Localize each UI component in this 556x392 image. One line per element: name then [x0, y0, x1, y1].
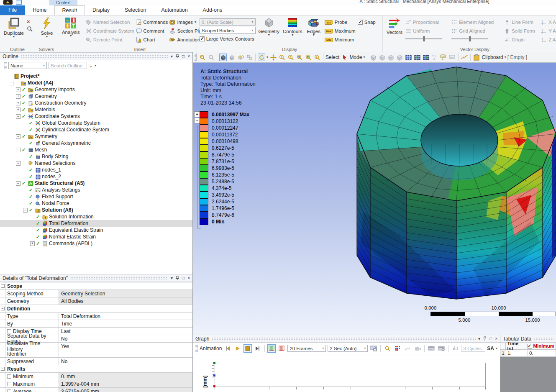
- viewports-icon[interactable]: [246, 54, 253, 61]
- remote-point-button[interactable]: Remote Point: [86, 36, 134, 44]
- maximize-panel-icon[interactable]: □: [489, 337, 492, 341]
- tree-item[interactable]: − ✓ Model (A4): [0, 79, 192, 86]
- tree-item[interactable]: + ✓ Geometry: [0, 93, 192, 100]
- frames-dropdown[interactable]: 20 Frames▾: [287, 345, 326, 352]
- tree-item[interactable]: ✓ Solution Information: [0, 213, 192, 220]
- solid-form-button[interactable]: Solid Form: [504, 27, 539, 35]
- xyz-coordinate-icon[interactable]: X.Y.Z: [431, 54, 438, 61]
- mode-label[interactable]: Mode: [349, 54, 362, 60]
- look-at-icon[interactable]: [228, 54, 236, 61]
- chevron-down-icon[interactable]: ▾: [363, 56, 365, 59]
- tree-item[interactable]: ✓ Global Coordinate System: [0, 120, 192, 126]
- named-selection-button[interactable]: Named Selection: [86, 18, 134, 26]
- probe-tag-icon[interactable]: 100: [440, 54, 447, 61]
- proportional-button[interactable]: Proportional: [405, 18, 450, 26]
- clipboard-label[interactable]: Clipboard: [482, 54, 503, 60]
- load-steps-icon[interactable]: [277, 344, 286, 353]
- tree-expander-icon[interactable]: +: [16, 87, 20, 92]
- x-axis-button[interactable]: X Axis: [541, 18, 556, 26]
- chevron-down-icon[interactable]: ▾: [505, 56, 506, 59]
- details-row-value[interactable]: Time: [59, 320, 192, 327]
- edges-button[interactable]: Edges ▾: [305, 17, 323, 46]
- zoom-result-icon[interactable]: [383, 344, 392, 353]
- pin-icon[interactable]: [483, 336, 487, 341]
- tree-expander-icon[interactable]: +: [16, 94, 20, 99]
- tab-home[interactable]: Home: [25, 5, 54, 15]
- model-canvas[interactable]: A: Static Structural Total Deformation T…: [193, 63, 556, 335]
- expand-tree-icon[interactable]: ⌄: [89, 63, 93, 69]
- select-face-filter-icon[interactable]: [387, 54, 395, 61]
- zoom-selection-icon[interactable]: [305, 54, 312, 61]
- tree-item[interactable]: ✓ nodes_2: [0, 173, 192, 180]
- chevron-down-icon[interactable]: ▾: [496, 347, 497, 350]
- line-form-button[interactable]: Line Form: [504, 18, 539, 26]
- tree-expander-icon[interactable]: +: [16, 101, 20, 105]
- tree-item[interactable]: + ✓ Commands (APDL): [0, 240, 192, 247]
- column-checkbox-checked-icon[interactable]: [528, 344, 532, 348]
- time-cell[interactable]: 1.: [506, 350, 528, 356]
- search-outline-input[interactable]: Search Outline: [49, 62, 87, 69]
- details-row-value[interactable]: 1.3997e-004 mm: [59, 380, 192, 387]
- row-checkbox[interactable]: [7, 389, 11, 392]
- details-row-value[interactable]: Yes: [59, 343, 192, 350]
- details-row-value[interactable]: [59, 350, 192, 357]
- uniform-button[interactable]: Uniform: [405, 27, 450, 35]
- tree-item[interactable]: − ✓ Mesh: [0, 146, 192, 153]
- close-panel-icon[interactable]: ×: [187, 54, 190, 59]
- details-row[interactable]: − Minimum 0. mm: [0, 373, 192, 380]
- tree-item[interactable]: ✓ Project*: [0, 73, 192, 79]
- tab-automation[interactable]: Automation: [154, 5, 195, 15]
- film-export-icon[interactable]: [427, 344, 436, 353]
- search-icon[interactable]: [27, 26, 33, 32]
- export-video-icon[interactable]: [369, 344, 378, 353]
- legend-zoom-in-button[interactable]: +: [194, 111, 200, 117]
- play-icon[interactable]: [233, 344, 242, 353]
- select-node-filter-icon[interactable]: [405, 54, 412, 61]
- tree-expander-icon[interactable]: −: [16, 134, 20, 139]
- select-body-filter-icon[interactable]: [396, 54, 403, 61]
- rgb-grid-icon[interactable]: [393, 344, 402, 353]
- origin-button[interactable]: Origin: [504, 36, 539, 44]
- delete-button[interactable]: ×: [27, 18, 33, 25]
- tree-item[interactable]: + ✓ Geometry Imports: [0, 86, 192, 93]
- tab-selection[interactable]: Selection: [117, 5, 154, 15]
- chart-button[interactable]: Chart: [136, 36, 168, 44]
- tab-display[interactable]: Display: [85, 5, 117, 15]
- details-row[interactable]: − Type Total Deformation: [0, 313, 192, 320]
- details-row[interactable]: − Scoping Method Geometry Selection: [0, 290, 192, 297]
- tree-item[interactable]: − ✓ Coordinate Systems: [0, 113, 192, 120]
- toolbar-drag-handle[interactable]: [195, 345, 198, 352]
- tab-addons[interactable]: Add-ons: [195, 5, 230, 15]
- tree-item[interactable]: ✓ Equivalent Elastic Strain: [0, 227, 192, 233]
- tree-item[interactable]: ✓ Cylindrical Coordinate System: [0, 126, 192, 133]
- details-row-value[interactable]: All Bodies: [59, 297, 192, 305]
- chart-curve-icon[interactable]: [461, 54, 468, 61]
- tab-file[interactable]: File: [0, 5, 25, 15]
- details-row[interactable]: − Maximum 1.3997e-004 mm: [0, 380, 192, 388]
- maximize-panel-icon[interactable]: □: [182, 276, 184, 280]
- step-back-icon[interactable]: [223, 344, 232, 353]
- iso-view-icon[interactable]: [219, 54, 227, 61]
- details-row-value[interactable]: Geometry Selection: [59, 290, 192, 297]
- tree-item[interactable]: ✓ Fixed Support: [0, 193, 192, 200]
- select-vertex-filter-icon[interactable]: [369, 54, 377, 61]
- details-row-value[interactable]: No: [59, 335, 192, 342]
- select-element-filter-icon[interactable]: [413, 54, 421, 61]
- legend-zoom-out-button[interactable]: −: [194, 118, 200, 123]
- minimum-column-header[interactable]: Minimum: [526, 343, 556, 349]
- contours-button[interactable]: Contours ▾: [282, 17, 304, 46]
- large-vertex-contours-checkbox[interactable]: Large Vertex Contours: [200, 35, 256, 43]
- details-row[interactable]: − Scope: [0, 282, 192, 290]
- details-row[interactable]: − Geometry All Bodies: [0, 297, 192, 305]
- zoom-prev-icon[interactable]: [313, 54, 321, 61]
- tab-result[interactable]: Result: [54, 5, 85, 15]
- coordinate-system-button[interactable]: Coordinate System: [86, 27, 134, 35]
- duration-dropdown[interactable]: 2 Sec (Auto)▾: [328, 345, 368, 352]
- label-abc-icon[interactable]: Abc: [448, 54, 456, 61]
- tree-item[interactable]: ✓ General Axisymmetric: [0, 140, 192, 146]
- pan-icon[interactable]: [269, 54, 277, 61]
- scoped-bodies-dropdown[interactable]: Scoped Bodies▾: [200, 27, 256, 34]
- tree-expander-icon[interactable]: −: [9, 81, 13, 85]
- camera-icon[interactable]: [413, 344, 422, 353]
- maximize-panel-icon[interactable]: □: [182, 54, 184, 59]
